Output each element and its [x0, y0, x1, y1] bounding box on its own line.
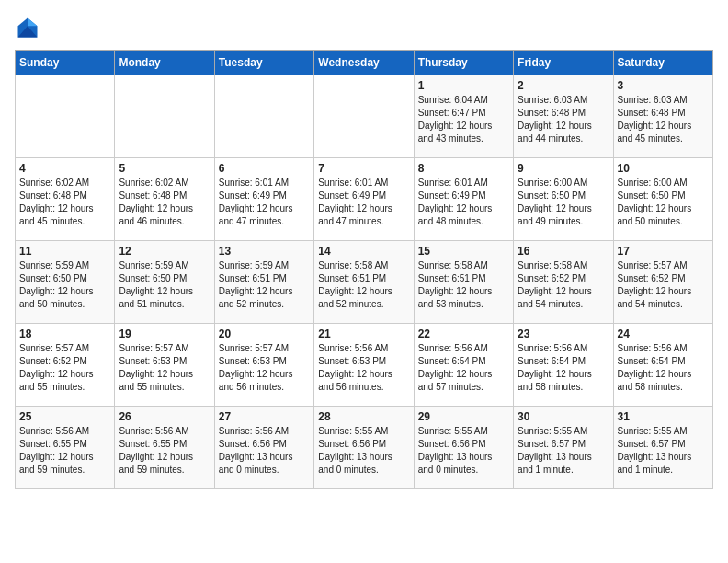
day-info: Sunrise: 6:03 AM Sunset: 6:48 PM Dayligh…: [618, 94, 709, 145]
day-info: Sunrise: 5:56 AM Sunset: 6:55 PM Dayligh…: [119, 425, 210, 477]
day-info: Sunrise: 5:55 AM Sunset: 6:57 PM Dayligh…: [618, 425, 709, 477]
page-header: [15, 15, 713, 40]
week-row-2: 4Sunrise: 6:02 AM Sunset: 6:48 PM Daylig…: [16, 158, 713, 241]
day-info: Sunrise: 5:57 AM Sunset: 6:53 PM Dayligh…: [119, 342, 210, 394]
day-info: Sunrise: 5:59 AM Sunset: 6:50 PM Dayligh…: [119, 259, 210, 311]
logo-icon: [15, 15, 40, 40]
calendar-cell: 22Sunrise: 5:56 AM Sunset: 6:54 PM Dayli…: [414, 324, 513, 407]
day-number: 18: [19, 327, 110, 340]
calendar-cell: 29Sunrise: 5:55 AM Sunset: 6:56 PM Dayli…: [414, 407, 513, 489]
calendar-cell: 1Sunrise: 6:04 AM Sunset: 6:47 PM Daylig…: [414, 75, 513, 158]
day-number: 3: [618, 79, 709, 92]
day-number: 2: [518, 79, 609, 92]
calendar-cell: 24Sunrise: 5:56 AM Sunset: 6:54 PM Dayli…: [613, 324, 712, 407]
calendar-cell: 16Sunrise: 5:58 AM Sunset: 6:52 PM Dayli…: [514, 241, 613, 324]
day-number: 27: [219, 410, 310, 423]
day-number: 7: [318, 162, 409, 175]
day-info: Sunrise: 6:03 AM Sunset: 6:48 PM Dayligh…: [518, 94, 609, 145]
day-number: 5: [119, 162, 210, 175]
calendar-cell: 27Sunrise: 5:56 AM Sunset: 6:56 PM Dayli…: [214, 407, 313, 489]
day-info: Sunrise: 5:56 AM Sunset: 6:53 PM Dayligh…: [318, 342, 409, 394]
day-info: Sunrise: 5:57 AM Sunset: 6:52 PM Dayligh…: [618, 259, 709, 311]
calendar-cell: [16, 75, 115, 158]
day-info: Sunrise: 5:56 AM Sunset: 6:54 PM Dayligh…: [618, 342, 709, 394]
day-number: 17: [618, 245, 709, 258]
day-info: Sunrise: 5:56 AM Sunset: 6:54 PM Dayligh…: [418, 342, 509, 394]
calendar-cell: 4Sunrise: 6:02 AM Sunset: 6:48 PM Daylig…: [16, 158, 115, 241]
calendar-cell: [314, 75, 414, 158]
day-number: 9: [518, 162, 609, 175]
day-info: Sunrise: 5:57 AM Sunset: 6:52 PM Dayligh…: [19, 342, 110, 394]
week-row-3: 11Sunrise: 5:59 AM Sunset: 6:50 PM Dayli…: [16, 241, 713, 324]
day-number: 8: [418, 162, 509, 175]
header-saturday: Saturday: [613, 51, 712, 75]
day-info: Sunrise: 5:59 AM Sunset: 6:50 PM Dayligh…: [19, 259, 110, 311]
day-number: 23: [518, 327, 609, 340]
calendar-cell: 21Sunrise: 5:56 AM Sunset: 6:53 PM Dayli…: [314, 324, 414, 407]
day-info: Sunrise: 5:57 AM Sunset: 6:53 PM Dayligh…: [219, 342, 310, 394]
header-thursday: Thursday: [414, 51, 513, 75]
day-number: 30: [518, 410, 609, 423]
day-number: 22: [418, 327, 509, 340]
calendar-cell: 26Sunrise: 5:56 AM Sunset: 6:55 PM Dayli…: [115, 407, 214, 489]
day-number: 11: [19, 245, 110, 258]
day-number: 15: [418, 245, 509, 258]
day-info: Sunrise: 5:58 AM Sunset: 6:51 PM Dayligh…: [418, 259, 509, 311]
day-number: 10: [618, 162, 709, 175]
day-number: 29: [418, 410, 509, 423]
week-row-1: 1Sunrise: 6:04 AM Sunset: 6:47 PM Daylig…: [16, 75, 713, 158]
calendar-cell: 6Sunrise: 6:01 AM Sunset: 6:49 PM Daylig…: [214, 158, 313, 241]
day-info: Sunrise: 6:02 AM Sunset: 6:48 PM Dayligh…: [119, 177, 210, 228]
calendar-cell: [115, 75, 214, 158]
calendar-cell: 25Sunrise: 5:56 AM Sunset: 6:55 PM Dayli…: [16, 407, 115, 489]
calendar-cell: 23Sunrise: 5:56 AM Sunset: 6:54 PM Dayli…: [514, 324, 613, 407]
calendar-cell: 19Sunrise: 5:57 AM Sunset: 6:53 PM Dayli…: [115, 324, 214, 407]
day-info: Sunrise: 5:55 AM Sunset: 6:56 PM Dayligh…: [318, 425, 409, 477]
calendar-cell: 18Sunrise: 5:57 AM Sunset: 6:52 PM Dayli…: [16, 324, 115, 407]
calendar-cell: 17Sunrise: 5:57 AM Sunset: 6:52 PM Dayli…: [613, 241, 712, 324]
calendar-cell: 9Sunrise: 6:00 AM Sunset: 6:50 PM Daylig…: [514, 158, 613, 241]
header-wednesday: Wednesday: [314, 51, 414, 75]
calendar-cell: 10Sunrise: 6:00 AM Sunset: 6:50 PM Dayli…: [613, 158, 712, 241]
calendar-cell: 3Sunrise: 6:03 AM Sunset: 6:48 PM Daylig…: [613, 75, 712, 158]
calendar-cell: 20Sunrise: 5:57 AM Sunset: 6:53 PM Dayli…: [214, 324, 313, 407]
day-info: Sunrise: 5:56 AM Sunset: 6:55 PM Dayligh…: [19, 425, 110, 477]
week-row-4: 18Sunrise: 5:57 AM Sunset: 6:52 PM Dayli…: [16, 324, 713, 407]
calendar-cell: 14Sunrise: 5:58 AM Sunset: 6:51 PM Dayli…: [314, 241, 414, 324]
svg-marker-1: [28, 18, 38, 27]
calendar-cell: 12Sunrise: 5:59 AM Sunset: 6:50 PM Dayli…: [115, 241, 214, 324]
day-number: 21: [318, 327, 409, 340]
calendar-cell: 11Sunrise: 5:59 AM Sunset: 6:50 PM Dayli…: [16, 241, 115, 324]
calendar-header-row: SundayMondayTuesdayWednesdayThursdayFrid…: [16, 51, 713, 75]
day-info: Sunrise: 6:01 AM Sunset: 6:49 PM Dayligh…: [219, 177, 310, 228]
day-number: 24: [618, 327, 709, 340]
day-number: 14: [318, 245, 409, 258]
day-info: Sunrise: 6:01 AM Sunset: 6:49 PM Dayligh…: [318, 177, 409, 228]
day-number: 1: [418, 79, 509, 92]
day-info: Sunrise: 5:59 AM Sunset: 6:51 PM Dayligh…: [219, 259, 310, 311]
day-info: Sunrise: 6:00 AM Sunset: 6:50 PM Dayligh…: [618, 177, 709, 228]
day-number: 28: [318, 410, 409, 423]
calendar-cell: 28Sunrise: 5:55 AM Sunset: 6:56 PM Dayli…: [314, 407, 414, 489]
calendar-cell: 5Sunrise: 6:02 AM Sunset: 6:48 PM Daylig…: [115, 158, 214, 241]
day-info: Sunrise: 6:00 AM Sunset: 6:50 PM Dayligh…: [518, 177, 609, 228]
day-info: Sunrise: 5:55 AM Sunset: 6:56 PM Dayligh…: [418, 425, 509, 477]
day-info: Sunrise: 5:58 AM Sunset: 6:52 PM Dayligh…: [518, 259, 609, 311]
day-info: Sunrise: 6:01 AM Sunset: 6:49 PM Dayligh…: [418, 177, 509, 228]
day-info: Sunrise: 5:55 AM Sunset: 6:57 PM Dayligh…: [518, 425, 609, 477]
day-info: Sunrise: 6:02 AM Sunset: 6:48 PM Dayligh…: [19, 177, 110, 228]
calendar-cell: 31Sunrise: 5:55 AM Sunset: 6:57 PM Dayli…: [613, 407, 712, 489]
day-number: 4: [19, 162, 110, 175]
logo: [15, 15, 44, 40]
calendar-cell: 13Sunrise: 5:59 AM Sunset: 6:51 PM Dayli…: [214, 241, 313, 324]
day-info: Sunrise: 6:04 AM Sunset: 6:47 PM Dayligh…: [418, 94, 509, 145]
day-info: Sunrise: 5:56 AM Sunset: 6:56 PM Dayligh…: [219, 425, 310, 477]
header-tuesday: Tuesday: [214, 51, 313, 75]
day-info: Sunrise: 5:56 AM Sunset: 6:54 PM Dayligh…: [518, 342, 609, 394]
calendar-cell: 7Sunrise: 6:01 AM Sunset: 6:49 PM Daylig…: [314, 158, 414, 241]
day-number: 31: [618, 410, 709, 423]
day-number: 26: [119, 410, 210, 423]
day-number: 19: [119, 327, 210, 340]
calendar-cell: 8Sunrise: 6:01 AM Sunset: 6:49 PM Daylig…: [414, 158, 513, 241]
calendar-table: SundayMondayTuesdayWednesdayThursdayFrid…: [15, 50, 713, 489]
